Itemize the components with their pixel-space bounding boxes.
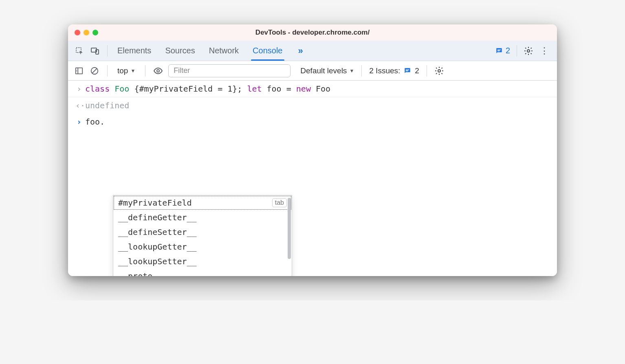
more-tabs-button[interactable]: » <box>296 46 305 56</box>
main-toolbar: Elements Sources Network Console » 2 ⋮ <box>68 41 557 61</box>
settings-icon[interactable] <box>524 46 533 56</box>
svg-point-5 <box>527 50 530 52</box>
issues-label: 2 Issues: <box>369 66 400 75</box>
svg-rect-4 <box>497 50 500 51</box>
separator <box>145 65 145 77</box>
svg-rect-11 <box>406 69 409 70</box>
tab-console[interactable]: Console <box>252 41 283 60</box>
separator <box>107 45 108 57</box>
issues-count: 2 <box>415 66 419 75</box>
prompt-arrow-icon: › <box>75 117 83 127</box>
output-arrow-icon: ‹· <box>75 101 83 110</box>
console-toolbar: top ▼ Default levels ▼ 2 Issues: 2 <box>68 61 557 81</box>
history-code: class Foo {#myPrivateField = 1}; let foo… <box>85 84 330 94</box>
console-output: › class Foo {#myPrivateField = 1}; let f… <box>68 81 557 276</box>
result-value: undefined <box>85 101 129 110</box>
svg-point-13 <box>438 70 440 72</box>
panel-tabs: Elements Sources Network Console » <box>117 41 305 60</box>
svg-point-10 <box>157 70 159 72</box>
input-arrow-icon: › <box>75 84 83 94</box>
autocomplete-label: __proto__ <box>118 271 162 276</box>
tab-hint: tab <box>272 198 287 207</box>
autocomplete-label: __lookupGetter__ <box>118 242 197 252</box>
autocomplete-label: __defineGetter__ <box>118 213 197 222</box>
console-settings-icon[interactable] <box>434 66 444 76</box>
live-expression-icon[interactable] <box>153 66 163 76</box>
device-toggle-icon[interactable] <box>89 45 101 57</box>
chevron-down-icon: ▼ <box>130 68 135 74</box>
separator <box>427 65 427 77</box>
chevron-down-icon: ▼ <box>349 68 354 74</box>
chat-icon <box>403 67 412 75</box>
sidebar-toggle-icon[interactable] <box>74 66 84 76</box>
levels-label: Default levels <box>300 66 347 75</box>
traffic-lights <box>75 30 98 35</box>
svg-rect-3 <box>497 49 501 50</box>
autocomplete-label: #myPrivateField <box>118 198 192 208</box>
autocomplete-popup: #myPrivateField tab __defineGetter__ __d… <box>113 195 292 276</box>
context-label: top <box>117 66 128 75</box>
svg-line-9 <box>92 68 97 73</box>
console-result-row: ‹· undefined <box>68 97 557 114</box>
autocomplete-item[interactable]: #myPrivateField tab <box>113 195 292 210</box>
scrollbar-thumb[interactable] <box>288 198 291 259</box>
issues-count: 2 <box>506 46 510 55</box>
tab-elements[interactable]: Elements <box>117 41 152 60</box>
issues-summary[interactable]: 2 Issues: 2 <box>369 66 419 75</box>
issues-counter[interactable]: 2 <box>495 46 510 55</box>
inspect-element-icon[interactable] <box>74 45 85 57</box>
close-window-button[interactable] <box>75 30 80 35</box>
kebab-menu-icon[interactable]: ⋮ <box>537 46 551 56</box>
autocomplete-label: __lookupSetter__ <box>118 257 197 266</box>
autocomplete-item[interactable]: __defineSetter__ <box>113 225 292 239</box>
chat-icon <box>495 47 503 55</box>
autocomplete-item[interactable]: __defineGetter__ <box>113 210 292 225</box>
clear-console-icon[interactable] <box>89 66 100 76</box>
autocomplete-item[interactable]: __lookupSetter__ <box>113 254 292 269</box>
console-prompt-row[interactable]: › foo. <box>68 114 557 130</box>
maximize-window-button[interactable] <box>92 30 98 35</box>
prompt-input[interactable]: foo. <box>85 117 105 127</box>
log-levels-selector[interactable]: Default levels ▼ <box>300 66 354 75</box>
autocomplete-item[interactable]: __lookupGetter__ <box>113 239 292 254</box>
devtools-window: DevTools - developer.chrome.com/ Element… <box>68 24 557 276</box>
filter-input[interactable] <box>168 64 290 77</box>
tab-sources[interactable]: Sources <box>164 41 196 60</box>
console-history-row: › class Foo {#myPrivateField = 1}; let f… <box>68 81 557 97</box>
window-title: DevTools - developer.chrome.com/ <box>68 29 557 37</box>
autocomplete-item[interactable]: __proto__ <box>113 269 292 276</box>
svg-rect-12 <box>406 70 408 71</box>
autocomplete-label: __defineSetter__ <box>118 227 197 237</box>
separator <box>517 45 517 57</box>
separator <box>361 65 362 77</box>
context-selector[interactable]: top ▼ <box>117 66 135 75</box>
titlebar: DevTools - developer.chrome.com/ <box>68 24 557 41</box>
minimize-window-button[interactable] <box>84 30 89 35</box>
separator <box>107 65 108 77</box>
tab-network[interactable]: Network <box>208 41 240 60</box>
